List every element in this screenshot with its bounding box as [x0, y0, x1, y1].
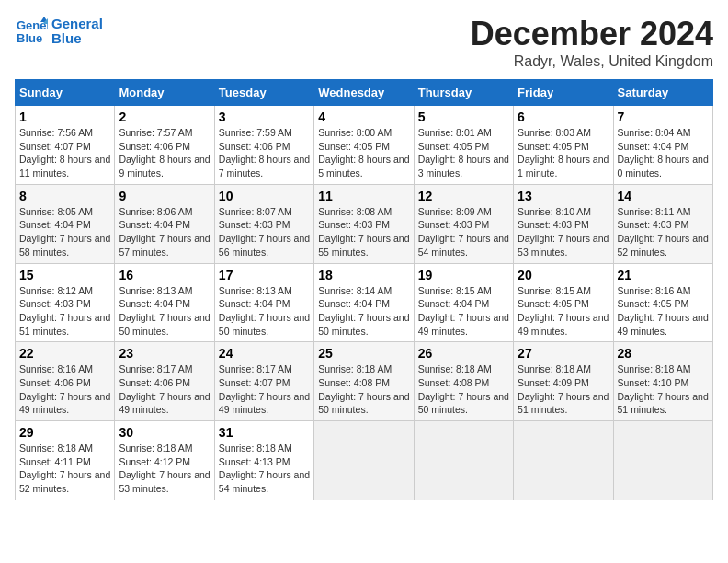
day-number: 24 — [219, 346, 310, 361]
daylight-text: Daylight: 8 hours and 9 minutes. — [119, 154, 210, 178]
daylight-text: Daylight: 8 hours and 0 minutes. — [618, 154, 709, 178]
sunset-text: Sunset: 4:03 PM — [618, 219, 689, 230]
sunrise-text: Sunrise: 8:13 AM — [119, 285, 192, 296]
daylight-text: Daylight: 7 hours and 51 minutes. — [518, 391, 609, 416]
day-header-friday: Friday — [514, 80, 613, 106]
daylight-text: Daylight: 7 hours and 49 minutes. — [119, 391, 210, 416]
sunset-text: Sunset: 4:13 PM — [219, 456, 290, 467]
daylight-text: Daylight: 7 hours and 55 minutes. — [318, 233, 409, 258]
day-info: Sunrise: 8:12 AM Sunset: 4:03 PM Dayligh… — [19, 284, 110, 339]
day-number: 28 — [618, 346, 709, 361]
calendar-week-5: 29 Sunrise: 8:18 AM Sunset: 4:11 PM Dayl… — [16, 421, 713, 500]
logo-line1: General — [51, 17, 103, 32]
calendar-cell: 29 Sunrise: 8:18 AM Sunset: 4:11 PM Dayl… — [16, 421, 115, 500]
day-info: Sunrise: 8:14 AM Sunset: 4:04 PM Dayligh… — [318, 284, 409, 339]
day-info: Sunrise: 7:57 AM Sunset: 4:06 PM Dayligh… — [119, 126, 210, 180]
day-number: 3 — [219, 109, 310, 124]
sunset-text: Sunset: 4:05 PM — [518, 141, 589, 152]
day-info: Sunrise: 8:15 AM Sunset: 4:04 PM Dayligh… — [418, 284, 509, 339]
day-info: Sunrise: 8:07 AM Sunset: 4:03 PM Dayligh… — [219, 205, 310, 259]
logo: General Blue General Blue — [15, 15, 103, 48]
day-number: 23 — [119, 346, 210, 361]
sunrise-text: Sunrise: 8:13 AM — [219, 285, 292, 296]
sunrise-text: Sunrise: 8:05 AM — [19, 206, 93, 217]
calendar-cell: 10 Sunrise: 8:07 AM Sunset: 4:03 PM Dayl… — [214, 184, 313, 263]
sunset-text: Sunset: 4:03 PM — [219, 219, 290, 230]
day-header-tuesday: Tuesday — [214, 80, 313, 106]
calendar-cell — [613, 421, 712, 500]
day-number: 12 — [418, 189, 509, 203]
logo-icon: General Blue — [15, 15, 48, 48]
calendar-cell: 28 Sunrise: 8:18 AM Sunset: 4:10 PM Dayl… — [613, 342, 712, 421]
daylight-text: Daylight: 7 hours and 56 minutes. — [219, 233, 310, 258]
day-number: 30 — [119, 425, 210, 440]
daylight-text: Daylight: 7 hours and 50 minutes. — [219, 312, 310, 337]
calendar-cell: 31 Sunrise: 8:18 AM Sunset: 4:13 PM Dayl… — [214, 421, 313, 500]
calendar-cell: 2 Sunrise: 7:57 AM Sunset: 4:06 PM Dayli… — [115, 106, 214, 185]
day-info: Sunrise: 8:08 AM Sunset: 4:03 PM Dayligh… — [318, 205, 409, 259]
sunset-text: Sunset: 4:08 PM — [418, 377, 490, 388]
calendar-body: 1 Sunrise: 7:56 AM Sunset: 4:07 PM Dayli… — [16, 106, 713, 500]
sunrise-text: Sunrise: 7:56 AM — [19, 127, 93, 138]
calendar-cell: 21 Sunrise: 8:16 AM Sunset: 4:05 PM Dayl… — [613, 263, 712, 342]
calendar-cell: 15 Sunrise: 8:12 AM Sunset: 4:03 PM Dayl… — [16, 263, 115, 342]
calendar-cell: 13 Sunrise: 8:10 AM Sunset: 4:03 PM Dayl… — [514, 184, 613, 263]
day-header-monday: Monday — [115, 80, 214, 106]
day-number: 5 — [418, 109, 509, 124]
day-number: 31 — [219, 425, 310, 440]
day-number: 9 — [119, 189, 210, 203]
day-number: 27 — [518, 346, 609, 361]
calendar-cell: 23 Sunrise: 8:17 AM Sunset: 4:06 PM Dayl… — [115, 342, 214, 421]
daylight-text: Daylight: 7 hours and 49 minutes. — [219, 391, 310, 416]
calendar-cell: 3 Sunrise: 7:59 AM Sunset: 4:06 PM Dayli… — [214, 106, 313, 185]
calendar-cell: 4 Sunrise: 8:00 AM Sunset: 4:05 PM Dayli… — [314, 106, 414, 185]
calendar-week-4: 22 Sunrise: 8:16 AM Sunset: 4:06 PM Dayl… — [16, 342, 713, 421]
calendar-cell: 5 Sunrise: 8:01 AM Sunset: 4:05 PM Dayli… — [414, 106, 513, 185]
calendar-cell: 26 Sunrise: 8:18 AM Sunset: 4:08 PM Dayl… — [414, 342, 513, 421]
sunrise-text: Sunrise: 8:18 AM — [518, 363, 591, 374]
sunrise-text: Sunrise: 8:10 AM — [518, 206, 591, 217]
day-number: 21 — [618, 268, 709, 282]
day-info: Sunrise: 8:16 AM Sunset: 4:05 PM Dayligh… — [618, 284, 709, 339]
day-info: Sunrise: 8:18 AM Sunset: 4:08 PM Dayligh… — [418, 362, 509, 417]
calendar-cell — [414, 421, 513, 500]
sunset-text: Sunset: 4:03 PM — [518, 219, 589, 230]
sunset-text: Sunset: 4:04 PM — [418, 298, 490, 309]
day-number: 2 — [119, 109, 210, 124]
calendar-header: SundayMondayTuesdayWednesdayThursdayFrid… — [16, 80, 713, 106]
calendar-cell: 16 Sunrise: 8:13 AM Sunset: 4:04 PM Dayl… — [115, 263, 214, 342]
day-info: Sunrise: 8:16 AM Sunset: 4:06 PM Dayligh… — [19, 362, 110, 417]
day-number: 20 — [518, 268, 609, 282]
daylight-text: Daylight: 8 hours and 11 minutes. — [19, 154, 110, 178]
sunrise-text: Sunrise: 8:08 AM — [318, 206, 392, 217]
calendar-cell: 27 Sunrise: 8:18 AM Sunset: 4:09 PM Dayl… — [514, 342, 613, 421]
daylight-text: Daylight: 7 hours and 50 minutes. — [119, 312, 210, 337]
calendar-cell: 7 Sunrise: 8:04 AM Sunset: 4:04 PM Dayli… — [613, 106, 712, 185]
day-header-thursday: Thursday — [414, 80, 513, 106]
daylight-text: Daylight: 7 hours and 53 minutes. — [119, 469, 210, 494]
sunset-text: Sunset: 4:08 PM — [318, 377, 390, 388]
day-number: 18 — [318, 268, 409, 282]
sunset-text: Sunset: 4:06 PM — [119, 141, 190, 152]
sunrise-text: Sunrise: 8:16 AM — [618, 285, 691, 296]
daylight-text: Daylight: 7 hours and 54 minutes. — [219, 469, 310, 494]
title-area: December 2024 Radyr, Wales, United Kingd… — [471, 15, 713, 70]
sunrise-text: Sunrise: 8:17 AM — [119, 363, 192, 374]
calendar-cell — [314, 421, 414, 500]
daylight-text: Daylight: 8 hours and 1 minute. — [518, 154, 609, 178]
header: General Blue General Blue December 2024 … — [15, 15, 713, 70]
day-info: Sunrise: 8:09 AM Sunset: 4:03 PM Dayligh… — [418, 205, 509, 259]
day-number: 17 — [219, 268, 310, 282]
calendar-cell: 25 Sunrise: 8:18 AM Sunset: 4:08 PM Dayl… — [314, 342, 414, 421]
day-number: 13 — [518, 189, 609, 203]
daylight-text: Daylight: 7 hours and 51 minutes. — [618, 391, 709, 416]
sunrise-text: Sunrise: 8:18 AM — [19, 442, 93, 454]
daylight-text: Daylight: 7 hours and 53 minutes. — [518, 233, 609, 258]
day-info: Sunrise: 8:13 AM Sunset: 4:04 PM Dayligh… — [119, 284, 210, 339]
calendar-cell: 20 Sunrise: 8:15 AM Sunset: 4:05 PM Dayl… — [514, 263, 613, 342]
calendar-cell: 12 Sunrise: 8:09 AM Sunset: 4:03 PM Dayl… — [414, 184, 513, 263]
day-info: Sunrise: 8:15 AM Sunset: 4:05 PM Dayligh… — [518, 284, 609, 339]
calendar-cell: 19 Sunrise: 8:15 AM Sunset: 4:04 PM Dayl… — [414, 263, 513, 342]
sunset-text: Sunset: 4:05 PM — [418, 141, 490, 152]
day-number: 8 — [19, 189, 110, 203]
